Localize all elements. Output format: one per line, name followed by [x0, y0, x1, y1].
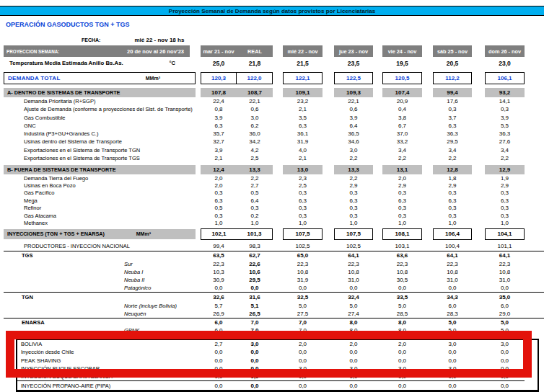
week-header-row: PROYECCION SEMANA: 20 de nov al 26 nov'2…	[4, 45, 544, 57]
row-label: Gas Combustible	[24, 115, 66, 121]
row-sur: Sur22,322,622,322,322,322,322,3	[4, 260, 544, 268]
value-cell-col2: 5,1	[237, 301, 273, 309]
row-label: Usinas en Boca Pozo	[24, 182, 76, 189]
value-cell-col4: 109,3	[334, 88, 373, 97]
value-cell-col3: 5,0	[283, 301, 323, 309]
value-cell-col5: 103,1	[382, 242, 422, 251]
row-label: Methanex	[24, 220, 48, 226]
row-label: A- DENTRO DE SISTEMAS DE TRANSPORTE	[7, 89, 120, 96]
row-tgn: TGN32,631,632,532,433,534,335,0	[4, 292, 544, 301]
value-cell-col1: 26,9	[201, 310, 237, 318]
value-cell-col6: 3,4	[433, 146, 472, 154]
row-label-cell: Gas Combustible	[4, 114, 201, 122]
value-cell-col6: 2,2	[433, 154, 472, 162]
row-label-cell: PRODUCTORES - INYECCION NACIONAL	[4, 242, 201, 251]
value-cell-col1: 1,0	[201, 219, 237, 226]
row-enarsa: ENARSA6,07,07,08,08,05,05,0	[4, 318, 544, 326]
row-usinas-dentro: Usinas dentro del Sistema de Transporte3…	[4, 138, 544, 146]
value-cell-col6: 100,4	[433, 242, 472, 251]
row-gas-pacifico: Gas Pacífico0,30,50,30,30,30,30,3	[4, 190, 544, 197]
value-cell-col2: 0,3	[237, 205, 273, 212]
value-cell-col3: 1,0	[283, 219, 323, 226]
value-cell-col2: 31,6	[237, 293, 273, 301]
value-cell-col5: 2,0	[382, 174, 422, 182]
col-header-mie: mié 22 - nov	[283, 45, 323, 57]
row-neuba-2: Neuba II30,929,531,931,030,531,031,0	[4, 276, 544, 284]
value-cell-col3: 102,5	[283, 242, 323, 251]
value-cell-col2: 6,4	[237, 197, 273, 204]
value-cell-col5: 0,3	[382, 212, 422, 219]
value-cell-col7: 101,1	[485, 242, 525, 251]
value-cell-col3: 22,3	[283, 260, 323, 268]
value-cell-col7: 14,1	[485, 97, 525, 105]
value-cell-col5: 107,4	[382, 88, 422, 97]
value-cell-col4: 3,9	[334, 114, 373, 122]
value-cell-col5: 33,2	[382, 138, 422, 146]
value-cell-col3: 0,3	[283, 190, 323, 197]
value-cell-col3: 2,1	[283, 105, 323, 113]
value-cell-col2: 0,5	[237, 190, 273, 197]
value-cell-col6: 2,9	[433, 182, 472, 189]
row-label-cell: B- FUERA DE SISTEMAS DE TRANSPORTE	[4, 165, 196, 174]
row-label-cell: Gas Atacama	[4, 212, 201, 219]
value-cell-col7: 93,2	[485, 88, 525, 97]
value-cell-col7: 0,3	[485, 105, 525, 113]
page-title: OPERACIÓN GASODUCTOS TGN + TGS	[6, 21, 544, 30]
row-mega: Mega6,36,46,36,36,36,36,3	[4, 197, 544, 204]
value-cell-col2: 22,1	[237, 97, 273, 105]
value-cell-col6: 6,0	[433, 301, 472, 309]
value-cell-col1: 102,1	[201, 228, 237, 240]
report-page: Proyección Semanal de Demanda según dato…	[0, 0, 544, 392]
row-label: B- FUERA DE SISTEMAS DE TRANSPORTE	[7, 166, 116, 173]
value-cell-col6: 20,5	[433, 58, 472, 68]
row-neuba-1: Neuba I10,310,610,810,810,810,810,8	[4, 268, 544, 276]
value-cell-col2: 36,0	[237, 130, 273, 138]
row-usinas-boca-pozo: Usinas en Boca Pozo2,02,72,52,92,92,92,9	[4, 182, 544, 189]
row-label: Temperatura Media Estimada Anillo Bs.As.	[9, 60, 123, 66]
value-cell-col6: 64,1	[433, 251, 472, 260]
value-cell-col4: 2,2	[334, 174, 373, 182]
value-cell-col1: 30,9	[201, 276, 237, 284]
value-cell-col4: 64,1	[334, 251, 373, 260]
value-cell-col2: 108,7	[237, 88, 273, 97]
value-cell-col6: 12,8	[433, 165, 472, 174]
value-cell-col4: 36,5	[334, 130, 373, 138]
value-cell-col5: 6,3	[382, 197, 422, 204]
row-label-cell: INYECCIONES (TGN + TGS + ENARSA)MMm³	[4, 229, 196, 239]
value-cell-col4: 2,9	[334, 182, 373, 189]
row-methanex: Methanex1,01,01,01,01,01,01,0	[4, 219, 544, 226]
col-header-dom: dom 26 - nov	[485, 45, 525, 57]
value-cell-col6: 0,0	[433, 284, 472, 292]
row-label-cell: Gas Pacífico	[4, 190, 201, 197]
value-cell-col4: 1,0	[334, 219, 373, 226]
value-cell-col5: 10,8	[382, 268, 422, 276]
value-cell-col1: 10,3	[201, 268, 237, 276]
value-cell-col4: 13,3	[334, 165, 373, 174]
value-cell-col6: 0,3	[433, 205, 472, 212]
row-label-cell: Temperatura Media Estimada Anillo Bs.As.…	[4, 58, 201, 68]
value-cell-col4: 34,6	[334, 138, 373, 146]
value-cell-col4: 0,3	[334, 205, 373, 212]
value-cell-col7: 6,0	[485, 301, 525, 309]
row-label: Norte (incluye Bolivia)	[124, 303, 177, 309]
annotation-red-box	[6, 331, 532, 378]
col-header-mar: mar 21 - nov	[201, 45, 237, 57]
value-cell-col1: 3,9	[201, 114, 237, 122]
value-cell-col3: 2,3	[283, 174, 323, 182]
value-cell-col7: 31,0	[485, 276, 525, 284]
value-cell-col5: 0,0	[382, 284, 422, 292]
row-label-cell: TGS	[4, 251, 201, 260]
row-demanda-total: DEMANDA TOTALMMm³120,3122,0122,1122,5120…	[4, 73, 544, 84]
value-cell-col3: 3,5	[283, 114, 323, 122]
value-cell-col5: 33,5	[382, 293, 422, 301]
value-cell-col6: 34,3	[433, 293, 472, 301]
value-cell-col1: 0,5	[201, 205, 237, 212]
value-cell-col7: 1,9	[485, 174, 525, 182]
value-cell-col5: 28,5	[382, 310, 422, 318]
value-cell-col7: 35,0	[485, 293, 525, 301]
value-cell-col5: 0,4	[382, 105, 422, 113]
value-cell-col4: 107,5	[334, 228, 373, 240]
value-cell-col3: 122,1	[283, 72, 323, 84]
row-label: PRODUCTORES - INYECCION NACIONAL	[24, 243, 130, 249]
value-cell-col6: 0,3	[433, 212, 472, 219]
